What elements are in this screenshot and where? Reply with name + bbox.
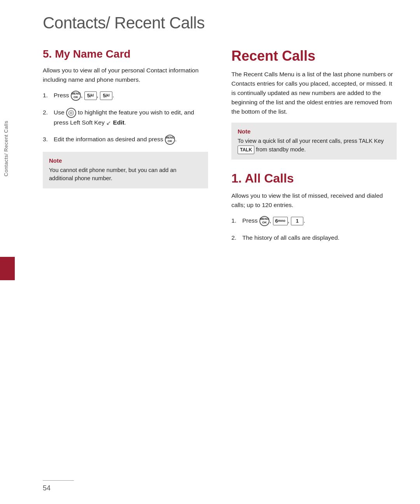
side-tab-bar bbox=[0, 257, 15, 280]
nav-circle-icon: ◎ bbox=[66, 108, 76, 118]
recent-calls-body: The Recent Calls Menu is a list of the l… bbox=[231, 70, 397, 116]
key-1: 1 bbox=[291, 217, 303, 225]
sub-step-2-content: The history of all calls are displayed. bbox=[242, 233, 397, 242]
step-2: 2. Use ◎ to highlight the feature you wi… bbox=[43, 108, 208, 128]
all-calls-body: Allows you to view the list of missed, r… bbox=[231, 191, 397, 210]
menu-ok-btn-1: MENUOK bbox=[71, 91, 81, 101]
left-column: 5. My Name Card Allows you to view all o… bbox=[43, 48, 208, 249]
two-col-layout: 5. My Name Card Allows you to view all o… bbox=[19, 40, 420, 249]
menu-ok-btn-3: MENUOK bbox=[259, 216, 270, 226]
step-2-content: Use ◎ to highlight the feature you wish … bbox=[54, 108, 208, 128]
right-column: Recent Calls The Recent Calls Menu is a … bbox=[231, 48, 397, 249]
sub-step-1: 1. Press MENUOK, 6 mno, 1 . bbox=[231, 216, 397, 226]
step-3-number: 3. bbox=[43, 135, 54, 144]
talk-key-btn: TALK bbox=[238, 146, 254, 154]
page-header: Contacts/ Recent Calls bbox=[19, 0, 420, 40]
note-label-right: Note bbox=[238, 128, 390, 135]
key-5jkl-1: 5 jkl bbox=[84, 91, 97, 100]
page-number: 54 bbox=[43, 484, 51, 492]
note-label-left: Note bbox=[49, 157, 202, 164]
sub-step-1-number: 1. bbox=[231, 216, 242, 225]
all-calls-heading: 1. All Calls bbox=[231, 171, 397, 186]
sub-step-1-content: Press MENUOK, 6 mno, 1 . bbox=[242, 216, 397, 226]
step-3: 3. Edit the information as desired and p… bbox=[43, 135, 208, 145]
sub-step-2-number: 2. bbox=[231, 233, 242, 242]
sub-step-2: 2. The history of all calls are displaye… bbox=[231, 233, 397, 242]
step-1-number: 1. bbox=[43, 91, 54, 100]
menu-ok-btn-2: MENUOK bbox=[165, 135, 175, 145]
key-6mno: 6 mno bbox=[273, 217, 288, 225]
step-2-number: 2. bbox=[43, 108, 54, 117]
note-text-left: You cannot edit phone number, but you ca… bbox=[49, 166, 202, 183]
step-3-content: Edit the information as desired and pres… bbox=[54, 135, 208, 145]
my-name-card-heading: 5. My Name Card bbox=[43, 48, 208, 60]
recent-calls-heading: Recent Calls bbox=[231, 48, 397, 64]
page-title: Contacts/ Recent Calls bbox=[43, 14, 397, 32]
side-tab-label: Contacts/ Recent Calls bbox=[3, 121, 9, 176]
step-1: 1. Press MENUOK, 5 jkl, 5 jkl. bbox=[43, 91, 208, 101]
key-5jkl-2: 5 jkl bbox=[100, 91, 112, 100]
note-text-right: To view a quick list of all your recent … bbox=[238, 137, 390, 154]
note-box-left: Note You cannot edit phone number, but y… bbox=[43, 152, 208, 189]
page-container: Contacts/ Recent Calls Contacts/ Recent … bbox=[0, 0, 420, 504]
side-tab: Contacts/ Recent Calls bbox=[0, 117, 15, 280]
my-name-card-body: Allows you to view all of your personal … bbox=[43, 66, 208, 84]
soft-key-icon: ↙ bbox=[106, 118, 111, 127]
step-1-content: Press MENUOK, 5 jkl, 5 jkl. bbox=[54, 91, 208, 101]
main-content: Contacts/ Recent Calls 5. My Name Card A… bbox=[19, 0, 420, 504]
bottom-divider bbox=[43, 480, 74, 481]
note-box-right: Note To view a quick list of all your re… bbox=[231, 123, 397, 160]
